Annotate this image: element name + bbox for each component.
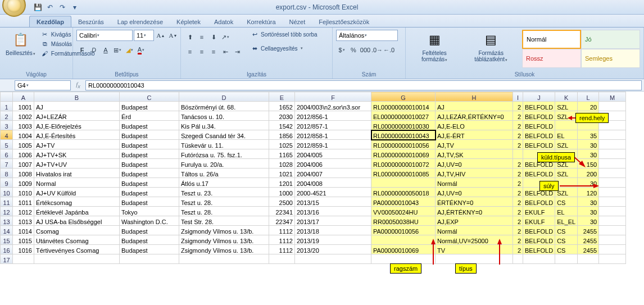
formula-input[interactable]: RL00000000010043 [85,80,642,90]
cell-I8[interactable]: 2 [513,169,523,178]
cell-H5[interactable]: AJ,TV [436,140,513,149]
cell-D4[interactable]: Szegedi Csanád tér 34. [179,130,269,140]
cell-K17[interactable] [555,254,578,264]
row-header-3[interactable]: 3 [1,121,13,130]
cell-F12[interactable]: 2013/16 [295,207,371,216]
cell-I1[interactable]: 2 [513,102,523,111]
cell-I10[interactable]: 2 [513,188,523,197]
decrease-font-button[interactable]: A▼ [167,30,179,41]
cell-L11[interactable]: 30 [578,197,599,207]
cell-A5[interactable]: 1005 [13,140,34,149]
font-size-select[interactable]: 11 [134,30,154,41]
border-button[interactable]: ⊞ [112,44,123,56]
cell-K15[interactable]: CS [555,235,578,245]
cell-A11[interactable]: 1011 [13,197,34,207]
cell-A15[interactable]: 1015 [13,235,34,245]
style-normal[interactable]: Normál [522,30,581,49]
cell-F7[interactable]: 2004/006 [295,159,371,169]
cell-F17[interactable] [295,254,371,264]
align-middle-button[interactable]: ≡ [196,31,207,43]
cell-H7[interactable]: AJ,UV=0 [436,159,513,169]
cell-K4[interactable]: EL [555,130,578,140]
tab-beszuras[interactable]: Beszúrás [71,16,111,27]
col-header-A[interactable]: A [13,92,34,102]
cell-G10[interactable]: RL00000000050018 [371,188,436,197]
cell-I3[interactable]: 2 [513,121,523,130]
cell-E6[interactable]: 1165 [269,149,295,159]
cell-B9[interactable]: Normal [34,178,120,188]
row-header-17[interactable]: 17 [1,254,13,264]
cell-H13[interactable]: AJ,EXP [436,216,513,226]
cell-G13[interactable]: RR00050038HU [371,216,436,226]
cell-H8[interactable]: AJ,TV,HIV [436,169,513,178]
cell-M16[interactable] [599,245,626,254]
cell-J13[interactable]: EKULF [523,216,555,226]
cell-E1[interactable]: 1652 [269,102,295,111]
cell-C5[interactable]: Budapest [120,140,179,149]
cell-F15[interactable]: 2013/19 [295,235,371,245]
cell-G9[interactable] [371,178,436,188]
cell-B7[interactable]: AJ+TV+UV [34,159,120,169]
cell-K13[interactable]: EL_EL [555,216,578,226]
row-header-1[interactable]: 1 [1,102,13,111]
align-left-button[interactable]: ≡ [184,46,196,57]
cell-H1[interactable]: AJ [436,102,513,111]
cell-H2[interactable]: AJ,LEZÁR,ÉRTÉKNY=0 [436,111,513,121]
tab-kepletek[interactable]: Képletek [170,16,207,27]
cell-F4[interactable]: 2012/858-1 [295,130,371,140]
cell-H12[interactable]: AJ,ÉRTÉKNY=0 [436,207,513,216]
tab-nezet[interactable]: Nézet [283,16,312,27]
font-name-select[interactable]: Calibri [76,30,133,41]
row-header-13[interactable]: 13 [1,216,13,226]
row-header-14[interactable]: 14 [1,226,13,235]
cell-D6[interactable]: Futórózsa u. 75. fsz.1. [179,149,269,159]
cell-I2[interactable]: 2 [513,111,523,121]
cell-styles-gallery[interactable]: Normál Jó Rossz Semleges [522,30,640,68]
cell-J11[interactable]: BELFOLD [523,197,555,207]
cell-H4[interactable]: AJ,E-ÉRT [436,130,513,140]
col-header-K[interactable]: K [555,92,578,102]
cell-H3[interactable]: AJ,E-ELO [436,121,513,130]
col-header-C[interactable]: C [120,92,179,102]
cell-F11[interactable]: 2013/15 [295,197,371,207]
cell-J4[interactable]: BELFOLD [523,130,555,140]
cell-G5[interactable]: RL00000000010056 [371,140,436,149]
col-header-M[interactable]: M [599,92,626,102]
cell-B15[interactable]: Utánvétes Csomag [34,235,120,245]
col-header-H[interactable]: H [436,92,513,102]
cell-L15[interactable]: 2455 [578,235,599,245]
cell-D13[interactable]: Test Str. 28. [179,216,269,226]
cell-B10[interactable]: AJ+UV Külföld [34,188,120,197]
align-bottom-button[interactable]: ⬇ [208,31,219,43]
cell-A13[interactable]: 1013 [13,216,34,226]
row-header-11[interactable]: 11 [1,197,13,207]
cell-E4[interactable]: 1856 [269,130,295,140]
merge-cells-button[interactable]: ⬌Cellaegyesítés [250,44,319,53]
cell-G4[interactable]: RL00000000010043 [371,130,436,140]
cell-C4[interactable]: Budapest [120,130,179,140]
cell-E12[interactable]: 22341 [269,207,295,216]
cell-J8[interactable]: BELFOLD [523,169,555,178]
cell-H10[interactable]: AJ,UV=0 [436,188,513,197]
qat-more-button[interactable]: ▾ [70,2,80,12]
select-all[interactable] [1,92,13,102]
cell-J2[interactable]: BELFOLD [523,111,555,121]
cell-J14[interactable]: BELFOLD [523,226,555,235]
cell-E16[interactable]: 1112 [269,245,295,254]
cell-G14[interactable]: PA00000010056 [371,226,436,235]
cell-F2[interactable]: 2012/856-1 [295,111,371,121]
cell-D15[interactable]: Zsigmondy Vilmos u. 13/b. [179,235,269,245]
fx-icon[interactable]: fx [73,81,83,89]
cell-E11[interactable]: 2500 [269,197,295,207]
cell-E10[interactable]: 1000 [269,188,295,197]
cell-M14[interactable] [599,226,626,235]
cell-G1[interactable]: RL00000000010014 [371,102,436,111]
cell-E13[interactable]: 22347 [269,216,295,226]
cell-J16[interactable]: BELFOLD [523,245,555,254]
col-header-F[interactable]: F [295,92,371,102]
align-center-button[interactable]: ≡ [196,46,207,57]
cell-M17[interactable] [599,254,626,264]
cell-L16[interactable]: 2455 [578,245,599,254]
cell-E8[interactable]: 1021 [269,169,295,178]
cell-D7[interactable]: Furulya u. 20/a. [179,159,269,169]
